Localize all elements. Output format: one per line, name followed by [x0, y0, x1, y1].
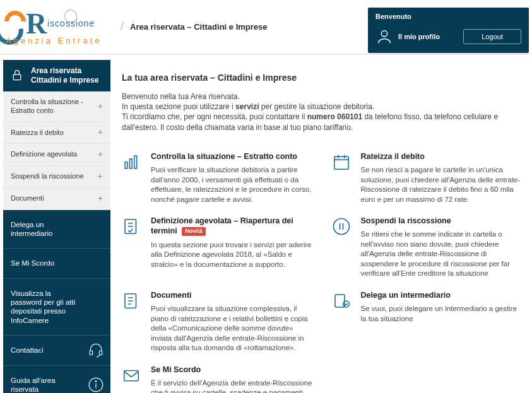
sidebar-item-definizione[interactable]: Definizione agevolata + [3, 144, 110, 166]
sidebar-link-delega[interactable]: Delega un intermediario [3, 210, 110, 249]
header-divider [0, 54, 529, 55]
sidebar-link-contattaci[interactable]: Contattaci [3, 336, 110, 365]
sidebar-link-label: Delega un intermediario [11, 221, 52, 237]
mail-icon [122, 366, 141, 385]
user-panel: Benvenuto Il mio profilo Logout [368, 8, 529, 53]
page-title: La tua area riservata – Cittadini e Impr… [122, 73, 524, 83]
svg-rect-10 [334, 156, 348, 169]
sidebar-item-label: Sospendi la riscossione [11, 172, 84, 180]
cards-grid: Controlla la situazione – Estratto conto… [122, 151, 524, 393]
card-title: Sospendi la riscossione [361, 216, 524, 226]
card-title: Delega un intermediario [361, 290, 524, 300]
logout-button[interactable]: Logout [463, 29, 521, 44]
sidebar-item-rateizza[interactable]: Rateizza il debito + [3, 122, 110, 144]
pause-icon [332, 217, 351, 236]
novita-badge: Novità [182, 227, 206, 236]
card-text: Puoi visualizzare la situazione compless… [151, 304, 314, 353]
card-text: Se non riesci a pagare le cartelle in un… [361, 165, 524, 204]
sidebar-item-estratto-conto[interactable]: Controlla la situazione - Estratto conto… [3, 91, 110, 122]
card-documenti[interactable]: Documenti Puoi visualizzare la situazion… [122, 290, 314, 353]
sidebar: Area riservata Cittadini e Imprese Contr… [3, 60, 110, 393]
sidebar-item-sospendi[interactable]: Sospendi la riscossione + [3, 166, 110, 188]
sidebar-item-label: Rateizza il debito [11, 129, 64, 136]
welcome-label: Benvenuto [375, 13, 521, 20]
document-check-icon [122, 217, 141, 236]
svg-point-6 [95, 381, 97, 382]
user-icon [375, 28, 393, 45]
svg-rect-8 [130, 159, 133, 168]
card-title: Se Mi Scordo [151, 365, 314, 375]
delegate-icon [332, 291, 351, 310]
breadcrumb-separator: / [121, 20, 124, 33]
expand-icon: + [98, 149, 103, 160]
card-title: Rateizza il debito [361, 151, 524, 161]
svg-point-0 [381, 31, 387, 37]
svg-rect-3 [99, 351, 102, 355]
intro-text: Benvenuto nella tua Area riservata. In q… [122, 91, 513, 132]
sidebar-link-label: Visualizza la password per gli atti depo… [11, 290, 75, 324]
expand-icon: + [98, 193, 103, 204]
svg-rect-9 [134, 156, 137, 168]
card-semiscordo[interactable]: Se Mi Scordo È il servizio dell'Agenzia … [122, 365, 314, 393]
svg-rect-2 [90, 351, 92, 355]
sidebar-link-label: Se Mi Scordo [11, 259, 54, 267]
svg-point-18 [333, 219, 349, 235]
svg-point-23 [343, 301, 349, 307]
sidebar-item-label: Documenti [11, 194, 44, 202]
card-text: Se vuoi, puoi delegare un intermediario … [361, 304, 524, 324]
breadcrumb: Area riservata – Cittadini e Imprese [130, 22, 268, 32]
sidebar-item-documenti[interactable]: Documenti + [3, 188, 110, 210]
info-icon [88, 377, 104, 393]
headset-icon [88, 342, 104, 358]
my-profile-link[interactable]: Il mio profilo [398, 33, 458, 40]
card-text: Se ritieni che le somme indicate in cart… [361, 230, 524, 279]
main-content: La tua area riservata – Cittadini e Impr… [122, 60, 529, 393]
card-sospendi[interactable]: Sospendi la riscossione Se ritieni che l… [332, 216, 524, 279]
sidebar-item-label: Controlla la situazione - Estratto conto [11, 98, 83, 114]
calendar-icon [332, 153, 351, 172]
card-title: Controlla la situazione – Estratto conto [151, 151, 314, 161]
lock-icon [11, 67, 23, 83]
card-definizione[interactable]: Definizione agevolata – Riapertura dei t… [122, 216, 314, 279]
card-rateizza[interactable]: Rateizza il debito Se non riesci a pagar… [332, 151, 524, 204]
sidebar-link-label: Contattaci [11, 346, 44, 354]
barchart-icon [122, 153, 141, 172]
card-title: Definizione agevolata – Riapertura dei t… [151, 216, 314, 237]
sidebar-link-guida[interactable]: Guida all'area riservata [3, 366, 110, 394]
card-text: In questa sezione puoi trovare i servizi… [151, 240, 314, 270]
app-header: R iscossione Agenzia Entrate / Area rise… [0, 0, 532, 54]
svg-rect-1 [13, 74, 21, 79]
folder-icon [122, 291, 141, 310]
svg-rect-7 [125, 162, 127, 168]
expand-icon: + [98, 171, 103, 182]
card-delega[interactable]: Delega un intermediario Se vuoi, puoi de… [332, 290, 524, 353]
expand-icon: + [98, 101, 103, 112]
card-text: È il servizio dell'Agenzia delle entrate… [151, 378, 314, 393]
card-text: Puoi verificare la situazione debitoria … [151, 165, 314, 204]
brand-logo[interactable]: R iscossione Agenzia Entrate [2, 7, 109, 47]
card-title: Documenti [151, 290, 314, 300]
sidebar-link-infocamere[interactable]: Visualizza la password per gli atti depo… [3, 279, 110, 336]
sidebar-title: Area riservata Cittadini e Imprese [3, 60, 110, 91]
expand-icon: + [98, 127, 103, 139]
sidebar-item-label: Definizione agevolata [11, 150, 77, 158]
card-estratto-conto[interactable]: Controlla la situazione – Estratto conto… [122, 151, 314, 204]
sidebar-link-semiscordo[interactable]: Se Mi Scordo [3, 249, 110, 278]
svg-rect-24 [124, 370, 139, 380]
sidebar-link-label: Guida all'area riservata [11, 377, 56, 393]
